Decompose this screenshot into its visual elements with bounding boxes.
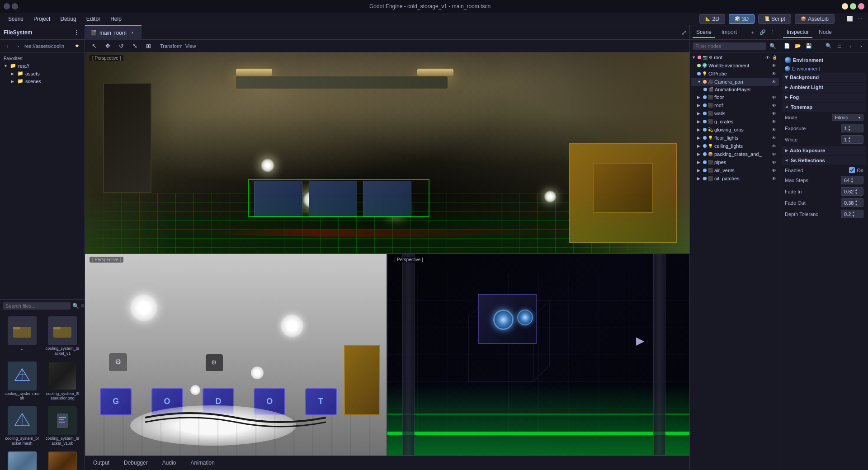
eye-btn[interactable]: 👁 xyxy=(771,175,777,182)
scene-node-gcrates[interactable]: ▶ ⬛ g_crates 👁 xyxy=(691,118,779,126)
tab-main-room[interactable]: 🎬 main_room × xyxy=(85,25,142,40)
scene-node-floorlights[interactable]: ▶ 💡 floor_lights 👁 xyxy=(691,134,779,142)
list-view-btn[interactable]: ≡ xyxy=(81,301,84,310)
tab-close-btn[interactable]: × xyxy=(129,30,136,36)
viewport-top[interactable]: [ Perspective ] xyxy=(85,52,689,254)
menu-editor[interactable]: Editor xyxy=(82,14,105,24)
win-maximize-button[interactable] xyxy=(850,3,856,9)
scene-node-giprobe[interactable]: 💡 GIProbe 👁 xyxy=(691,70,779,78)
tool-scale-btn[interactable]: ⤡ xyxy=(129,41,140,52)
insp-environment-section[interactable]: Environment xyxy=(782,65,866,73)
insp-mode-value[interactable]: Filmic ▾ xyxy=(832,114,863,121)
spin-down-btn[interactable]: ▼ xyxy=(852,214,855,217)
tool-move-btn[interactable]: ✥ xyxy=(102,41,113,52)
menu-help[interactable]: Help xyxy=(106,14,126,24)
scene-node-camera[interactable]: ▼ 🎥 Camera_pan 👁 xyxy=(691,78,779,86)
section-header-tonemap[interactable]: ▼ Tonemap xyxy=(782,103,866,112)
scene-node-animplayer[interactable]: 🎬 AnimationPlayer xyxy=(691,86,779,93)
win-minimize-button[interactable] xyxy=(842,3,848,9)
spin-down-btn[interactable]: ▼ xyxy=(848,128,851,132)
insp-fadein-value[interactable]: 0.62 ▲ ▼ xyxy=(841,187,863,196)
scene-menu-btn[interactable]: ⋮ xyxy=(768,28,777,37)
scene-node-roof[interactable]: ▶ ⬛ roof 👁 xyxy=(691,101,779,109)
fs-back-btn[interactable]: ‹ xyxy=(3,42,12,51)
btn-assetlib[interactable]: 📦 AssetLib xyxy=(795,14,835,24)
spin-up-btn[interactable]: ▲ xyxy=(850,177,854,180)
tab-debugger[interactable]: Debugger xyxy=(119,458,152,468)
spin-down-btn[interactable]: ▼ xyxy=(848,140,851,143)
fs-item-obj[interactable]: cooling_system_bracket_v1.ob xyxy=(43,404,82,448)
spin-up-btn[interactable]: ▲ xyxy=(854,188,858,191)
fs-item-basecolor[interactable]: cooling_system_BaseColor.png xyxy=(43,360,82,403)
scene-node-oilpatches[interactable]: ▶ ⬛ oil_patches 👁 xyxy=(691,174,779,183)
eye-btn[interactable]: 👁 xyxy=(771,102,777,108)
tree-item-assets[interactable]: ▶ 📁 assets xyxy=(2,70,83,77)
scene-node-packcrates[interactable]: ▶ 📦 packing_crates_and_ 👁 xyxy=(691,150,779,158)
section-header-ssreflections[interactable]: ▼ Ss Reflections xyxy=(782,156,866,165)
insp-exposure-value[interactable]: 1 ▲ ▼ xyxy=(841,124,863,132)
section-header-autoexposure[interactable]: ▶ Auto Exposure xyxy=(782,146,866,155)
insp-new-btn[interactable]: 📄 xyxy=(782,41,792,51)
fs-item-bracket-mesh[interactable]: cooling_system_bracket.mesh xyxy=(3,404,42,448)
fs-item-normal[interactable]: cooling_system_Normal.png xyxy=(3,450,42,470)
eye-btn[interactable]: 👁 xyxy=(771,167,777,174)
menu-scene[interactable]: Scene xyxy=(4,14,28,24)
win-close-button[interactable] xyxy=(858,3,864,9)
scene-add-btn[interactable]: + xyxy=(748,28,757,37)
tab-scene[interactable]: Scene xyxy=(693,27,715,38)
spin-up-btn[interactable]: ▲ xyxy=(852,211,855,214)
filesystem-menu-btn[interactable]: ⋮ xyxy=(72,28,81,37)
btn-script[interactable]: 📜 Script xyxy=(758,14,791,24)
tab-output[interactable]: Output xyxy=(89,458,114,468)
screen-toggle-btn[interactable]: ⬜ xyxy=(845,14,854,24)
viewport-expand-btn[interactable]: ⤢ xyxy=(681,29,687,36)
spin-down-btn[interactable]: ▼ xyxy=(854,192,858,195)
eye-btn[interactable]: 👁 xyxy=(771,143,777,149)
tab-node[interactable]: Node xyxy=(815,27,835,38)
spin-up-btn[interactable]: ▲ xyxy=(854,199,858,202)
spin-down-btn[interactable]: ▼ xyxy=(850,180,854,183)
insp-save-btn[interactable]: 💾 xyxy=(804,41,814,51)
fs-favorite-btn[interactable]: ★ xyxy=(75,42,82,50)
viewport-bottom-left[interactable]: [ Perspective ] G O D O T xyxy=(85,254,387,456)
eye-btn[interactable]: 👁 xyxy=(771,62,777,69)
insp-depthtol-value[interactable]: 0.2 ▲ ▼ xyxy=(841,210,863,218)
scene-node-root[interactable]: ▼ 📷 ⚙ root 👁 🔒 xyxy=(691,53,779,61)
spin-down-btn[interactable]: ▼ xyxy=(854,203,858,206)
tab-import[interactable]: Import xyxy=(718,27,741,38)
fs-forward-btn[interactable]: › xyxy=(14,42,23,51)
eye-btn[interactable]: 👁 xyxy=(771,79,777,85)
insp-fadeout-value[interactable]: 0.38 ▲ ▼ xyxy=(841,198,863,207)
spin-up-btn[interactable]: ▲ xyxy=(848,125,851,128)
fs-item-mesh[interactable]: cooling_system.mesh xyxy=(3,360,42,403)
insp-white-value[interactable]: 1 ▲ ▼ xyxy=(841,135,863,144)
filter-search-icon[interactable]: 🔍 xyxy=(768,42,777,51)
scene-node-ceilinglights[interactable]: ▶ 💡 ceiling_lights 👁 xyxy=(691,142,779,150)
eye-btn[interactable]: 👁 xyxy=(771,135,777,141)
tab-animation[interactable]: Animation xyxy=(186,458,219,468)
tab-audio[interactable]: Audio xyxy=(158,458,181,468)
section-header-ambient[interactable]: ▶ Ambient Light xyxy=(782,83,866,92)
enabled-checkbox-input[interactable] xyxy=(849,167,855,173)
insp-maxsteps-value[interactable]: 64 ▲ ▼ xyxy=(841,176,863,184)
scene-link-btn[interactable]: 🔗 xyxy=(758,28,767,37)
scene-node-airvents[interactable]: ▶ ⬛ air_vents 👁 xyxy=(691,166,779,174)
eye-btn[interactable]: 👁 xyxy=(771,110,777,117)
section-header-background[interactable]: ▶ Background xyxy=(782,73,866,82)
eye-btn[interactable]: 👁 xyxy=(771,70,777,77)
btn-3d[interactable]: 🎲 3D xyxy=(729,14,755,24)
insp-next-btn[interactable]: › xyxy=(856,41,866,51)
eye-btn[interactable]: 👁 xyxy=(771,118,777,125)
tool-rotate-btn[interactable]: ↺ xyxy=(116,41,127,52)
insp-folder-btn[interactable]: 📂 xyxy=(793,41,803,51)
viewport-bottom-right[interactable]: [ Perspective ] xyxy=(387,254,690,456)
eye-btn[interactable]: 👁 xyxy=(771,151,777,157)
tree-item-scenes[interactable]: ▶ 📁 scenes xyxy=(2,77,83,85)
scene-node-walls[interactable]: ▶ ⬛ walls 👁 xyxy=(691,109,779,118)
filter-input[interactable] xyxy=(693,42,766,50)
eye-btn[interactable]: 👁 xyxy=(771,127,777,133)
section-header-fog[interactable]: ▶ Fog xyxy=(782,93,866,102)
eye-btn[interactable]: 👁 xyxy=(771,94,777,100)
insp-search-btn[interactable]: 🔍 xyxy=(824,41,834,51)
insp-filter-btn[interactable]: ☰ xyxy=(835,41,844,51)
